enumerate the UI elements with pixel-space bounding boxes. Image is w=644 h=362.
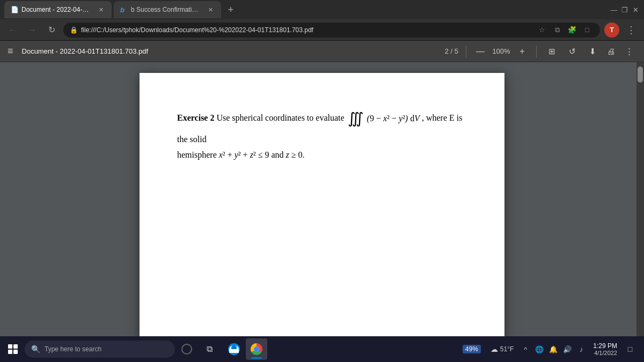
back-button[interactable]: ← (5, 23, 20, 38)
pdf-scroll-thumb[interactable] (638, 67, 643, 83)
pdf-page: Exercise 2 Use spherical coordinates to … (140, 73, 504, 336)
pdf-toolbar-right: ⬇ 🖨 ⋮ (585, 44, 636, 59)
weather-icon: ☁ (491, 345, 498, 353)
close-button[interactable]: ✕ (631, 5, 640, 14)
battery-indicator[interactable]: 49% (458, 343, 485, 356)
task-view-icon: ⧉ (207, 344, 213, 354)
search-icon: 🔍 (31, 345, 40, 353)
window-controls: — ❐ ✕ (610, 5, 640, 14)
action-center-icon: □ (628, 345, 632, 353)
taskbar-search[interactable]: 🔍 Type here to search (25, 341, 175, 358)
minimize-button[interactable]: — (610, 5, 618, 14)
tab-success-confirmation[interactable]: b b Success Confirmation of Questio... ✕ (114, 1, 221, 18)
chrome-center (254, 346, 259, 352)
browser-title-bar: 📄 Document - 2022-04-01T13180... ✕ b b S… (0, 0, 644, 19)
pdf-print-button[interactable]: 🖨 (603, 44, 618, 59)
battery-percent: 49% (463, 345, 481, 353)
no-popup-button[interactable]: □ (581, 24, 594, 36)
pdf-viewer: Exercise 2 Use spherical coordinates to … (0, 62, 644, 336)
clock-date: 4/1/2022 (594, 350, 617, 356)
pdf-document-title: Document - 2022-04-01T131801.703.pdf (22, 47, 440, 55)
file-icon: 🔒 (70, 26, 78, 34)
pdf-rotate-button[interactable]: ↺ (565, 44, 580, 59)
restore-button[interactable]: ❐ (620, 5, 629, 14)
pdf-divider-2 (536, 46, 537, 57)
start-button[interactable] (2, 338, 24, 360)
cortana-icon (181, 344, 192, 354)
pdf-fit-button[interactable]: ⊞ (544, 44, 559, 59)
clock-area[interactable]: 1:29 PM 4/1/2022 (590, 342, 620, 356)
music-icon[interactable]: ♪ (575, 343, 588, 356)
taskbar-pinned-apps (223, 338, 267, 360)
cortana-button[interactable] (176, 338, 197, 360)
windows-icon (8, 344, 18, 354)
pdf-zoom-in-button[interactable]: + (516, 45, 529, 58)
clock-time: 1:29 PM (593, 342, 617, 350)
pdf-page-separator: / (451, 47, 455, 55)
tab-label-pdf: Document - 2022-04-01T13180... (21, 6, 91, 13)
notification-icon[interactable]: 🔔 (547, 343, 560, 356)
tab-favicon-pdf: 📄 (11, 6, 18, 13)
collections-button[interactable]: ⧉ (551, 24, 564, 36)
integrand-expression: (9 − x² − y²) dV (367, 114, 422, 123)
chrome-icon (251, 343, 262, 355)
tab-pdf-document[interactable]: 📄 Document - 2022-04-01T13180... ✕ (4, 1, 112, 18)
pdf-zoom-value: 100% (490, 47, 513, 55)
tab-label-success: b Success Confirmation of Questio... (131, 6, 201, 13)
hemisphere-line: hemisphere x² + y² + z² ≤ 9 and z ≥ 0. (177, 150, 305, 159)
profile-button[interactable]: T (604, 23, 619, 38)
pdf-sidebar-toggle[interactable]: ≡ (8, 46, 13, 57)
pdf-page-label: 2 / 5 (445, 47, 458, 55)
extensions-button[interactable]: 🧩 (566, 24, 579, 36)
refresh-button[interactable]: ↻ (44, 23, 59, 38)
pdf-zoom-out-button[interactable]: — (474, 45, 487, 58)
address-bar-row: ← → ↻ 🔒 file:///C:/Users/tphok/Downloads… (0, 19, 644, 41)
pdf-scrollbar[interactable] (636, 62, 644, 336)
pdf-zoom-area: — 100% + (474, 45, 529, 58)
taskbar-app-chrome[interactable] (246, 338, 267, 360)
pdf-total-pages: 5 (455, 47, 458, 55)
taskbar-search-placeholder: Type here to search (45, 345, 101, 353)
pdf-more-button[interactable]: ⋮ (621, 44, 636, 59)
exercise-label: Exercise 2 (177, 113, 214, 122)
forward-button[interactable]: → (25, 23, 40, 38)
speaker-icon[interactable]: 🔊 (561, 343, 574, 356)
pdf-page-nav: 2 / 5 (445, 47, 458, 55)
exercise-content: Exercise 2 Use spherical coordinates to … (177, 105, 467, 163)
tab-close-pdf[interactable]: ✕ (97, 5, 105, 14)
action-center-button[interactable]: □ (623, 342, 638, 357)
address-actions: ☆ ⧉ 🧩 □ (536, 24, 594, 36)
tab-favicon-success: b (120, 6, 128, 13)
pdf-current-page: 2 (445, 47, 449, 55)
weather-temp: 51°F (500, 345, 514, 353)
pdf-download-button[interactable]: ⬇ (585, 44, 600, 59)
address-box[interactable]: 🔒 file:///C:/Users/tphok/Downloads/Docum… (63, 23, 600, 38)
system-icons: ^ 🌐 🔔 🔊 ♪ (519, 343, 588, 356)
taskbar-app-edge[interactable] (223, 338, 245, 360)
network-icon[interactable]: 🌐 (533, 343, 546, 356)
integral-symbol: ∭ (348, 110, 364, 127)
chevron-up-button[interactable]: ^ (519, 343, 532, 356)
taskbar: 🔍 Type here to search ⧉ 49% ☁ 51°F ^ (0, 336, 644, 362)
edge-icon (228, 343, 240, 355)
browser-menu-button[interactable]: ⋮ (624, 23, 639, 38)
weather-widget[interactable]: ☁ 51°F (487, 343, 517, 356)
pdf-divider-1 (466, 46, 466, 57)
pdf-toolbar: ≡ Document - 2022-04-01T131801.703.pdf 2… (0, 41, 644, 62)
taskbar-system-tray: 49% ☁ 51°F ^ 🌐 🔔 🔊 ♪ 1:29 PM 4/1/2022 □ (458, 342, 642, 357)
url-text: file:///C:/Users/tphok/Downloads/Documen… (81, 26, 532, 34)
exercise-text: Use spherical coordinates to evaluate (216, 113, 344, 122)
new-tab-button[interactable]: + (223, 2, 238, 17)
task-view-button[interactable]: ⧉ (199, 338, 220, 360)
tab-close-success[interactable]: ✕ (206, 5, 215, 14)
favorite-button[interactable]: ☆ (536, 24, 548, 36)
